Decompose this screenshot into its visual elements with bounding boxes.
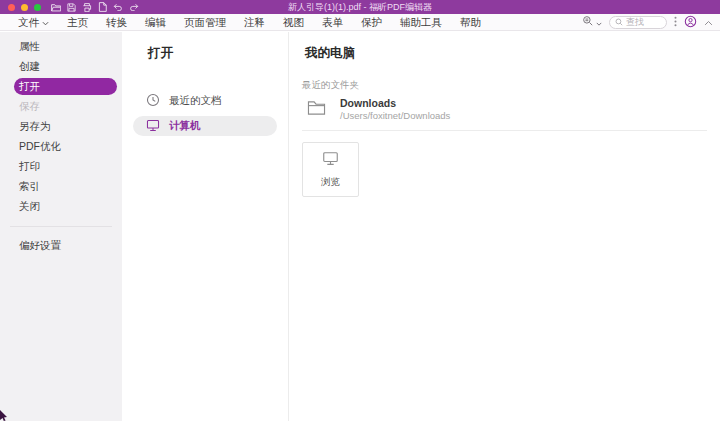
chevron-down-icon	[596, 16, 602, 28]
close-button[interactable]	[8, 4, 15, 11]
backstage-sidebar: 属性 创建 打开 保存 另存为 PDF优化 打印 索引 关闭 偏好设置	[0, 32, 122, 421]
menu-convert[interactable]: 转换	[97, 14, 136, 30]
browse-label: 浏览	[321, 176, 340, 189]
menu-protect[interactable]: 保护	[352, 14, 391, 30]
find-options-button[interactable]	[582, 15, 602, 29]
search-icon	[615, 16, 623, 28]
search-input[interactable]	[626, 17, 660, 27]
menu-home[interactable]: 主页	[58, 14, 97, 30]
menu-help[interactable]: 帮助	[451, 14, 490, 30]
folder-icon	[307, 97, 326, 120]
list-item-label: 最近的文档	[169, 94, 222, 108]
computer-panel-title: 我的电脑	[305, 45, 720, 62]
account-avatar-icon[interactable]	[684, 15, 697, 30]
open-folder-icon[interactable]	[51, 3, 61, 12]
search-box[interactable]	[609, 16, 667, 29]
collapse-toolbar-icon[interactable]	[704, 16, 713, 28]
quick-access-toolbar	[51, 2, 139, 12]
menubar: 文件 主页 转换 编辑 页面管理 注释 视图 表单 保护 辅助工具 帮助	[0, 14, 720, 31]
chevron-down-icon	[42, 14, 49, 30]
monitor-icon	[322, 151, 339, 170]
traffic-lights	[8, 4, 41, 11]
menu-view[interactable]: 视图	[274, 14, 313, 30]
sidebar-item-save-as[interactable]: 另存为	[0, 116, 122, 136]
clock-icon	[146, 93, 160, 109]
recent-folders-divider	[302, 130, 707, 131]
print-icon[interactable]	[82, 3, 92, 12]
menu-page-management[interactable]: 页面管理	[175, 14, 235, 30]
sidebar-divider	[10, 226, 112, 227]
kebab-menu-icon[interactable]	[674, 16, 677, 29]
undo-icon[interactable]	[113, 3, 123, 11]
open-panel: 打开 最近的文档 计算机	[122, 32, 289, 421]
recent-folder-downloads[interactable]: Downloads /Users/foxitnet/Downloads	[307, 97, 720, 122]
new-document-icon[interactable]	[98, 2, 107, 12]
open-panel-title: 打开	[148, 45, 288, 62]
sidebar-item-preferences[interactable]: 偏好设置	[0, 235, 122, 255]
sidebar-item-create[interactable]: 创建	[0, 56, 122, 76]
redo-icon[interactable]	[129, 3, 139, 11]
menu-file[interactable]: 文件	[9, 14, 58, 30]
browse-card[interactable]: 浏览	[302, 142, 359, 197]
recent-folders-label: 最近的文件夹	[302, 79, 720, 92]
computer-icon	[146, 119, 160, 134]
folder-name: Downloads	[340, 97, 450, 109]
list-item-recent-documents[interactable]: 最近的文档	[133, 91, 277, 111]
sidebar-item-close[interactable]: 关闭	[0, 196, 122, 216]
find-options-icon	[582, 15, 594, 29]
sidebar-item-index[interactable]: 索引	[0, 176, 122, 196]
sidebar-item-save: 保存	[0, 96, 122, 116]
titlebar: 新人引导(1)(1).pdf - 福昕PDF编辑器	[0, 0, 720, 14]
foxit-pdf-editor-window: 新人引导(1)(1).pdf - 福昕PDF编辑器 文件 主页 转换 编辑 页面…	[0, 0, 720, 421]
sidebar-item-print[interactable]: 打印	[0, 156, 122, 176]
folder-path: /Users/foxitnet/Downloads	[340, 110, 450, 122]
open-location-list: 最近的文档 计算机	[122, 91, 288, 136]
zoom-button[interactable]	[34, 4, 41, 11]
menu-comment[interactable]: 注释	[235, 14, 274, 30]
list-item-label: 计算机	[169, 119, 201, 133]
sidebar-item-properties[interactable]: 属性	[0, 36, 122, 56]
sidebar-item-pdf-optimize[interactable]: PDF优化	[0, 136, 122, 156]
menu-edit[interactable]: 编辑	[136, 14, 175, 30]
minimize-button[interactable]	[21, 4, 28, 11]
menu-form[interactable]: 表单	[313, 14, 352, 30]
list-item-computer[interactable]: 计算机	[133, 116, 277, 136]
sidebar-item-open[interactable]: 打开	[14, 78, 117, 95]
save-icon[interactable]	[67, 3, 76, 12]
mouse-cursor	[0, 407, 8, 421]
menubar-right-tools	[582, 15, 720, 30]
menu-accessibility-tools[interactable]: 辅助工具	[391, 14, 451, 30]
computer-panel: 我的电脑 最近的文件夹 Downloads /Users/foxitnet/Do…	[290, 32, 720, 421]
